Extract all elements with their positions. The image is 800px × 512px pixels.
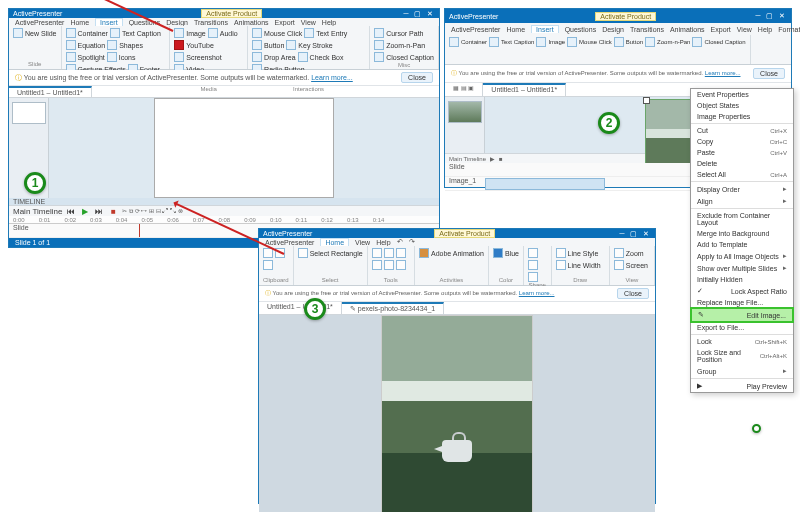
close-notice-button[interactable]: Close (617, 288, 649, 299)
ctx-group[interactable]: Group (691, 365, 793, 377)
button-button[interactable]: Button (252, 40, 284, 50)
menu-home[interactable]: Home (70, 19, 89, 26)
ctx-cut[interactable]: CutCtrl+X (691, 125, 793, 136)
spotlight-button[interactable]: Spotlight (66, 52, 105, 62)
checkbox-button[interactable]: Check Box (298, 52, 344, 62)
zoompan-button[interactable]: Zoom-n-Pan (374, 40, 425, 50)
menu-design[interactable]: Design (166, 19, 188, 26)
max-button[interactable]: ▢ (629, 230, 639, 238)
close-notice-button[interactable]: Close (753, 68, 785, 79)
min-button[interactable]: ─ (401, 10, 411, 18)
ctx-play-preview[interactable]: ▶ Play Preview (691, 380, 793, 392)
shapes-button[interactable]: Shapes (107, 40, 143, 50)
close-button[interactable]: ✕ (641, 230, 651, 238)
redo-icon[interactable]: ↷ (409, 238, 415, 246)
max-button[interactable]: ▢ (413, 10, 423, 18)
droparea-button[interactable]: Drop Area (252, 52, 296, 62)
color-blue-button[interactable]: Blue (493, 248, 519, 258)
activate-product-button[interactable]: Activate Product (595, 12, 656, 21)
ctx-align[interactable]: Align (691, 195, 793, 207)
ctx-edit-image[interactable]: ✎ Edit Image... (690, 307, 794, 323)
ctx-lock[interactable]: LockCtrl+Shift+K (691, 336, 793, 347)
menu-transitions[interactable]: Transitions (194, 19, 228, 26)
doc-tab-1[interactable]: Untitled1 (17, 89, 45, 96)
ctx-object-states[interactable]: Object States (691, 100, 793, 111)
learn-more-link[interactable]: Learn more... (705, 70, 741, 76)
ctx-init-hidden[interactable]: Initially Hidden (691, 274, 793, 285)
mouseclick-button[interactable]: Mouse Click (252, 28, 302, 38)
playhead[interactable] (139, 224, 140, 237)
linestyle-button[interactable]: Line Style (556, 248, 599, 258)
text-caption-button[interactable]: Text Caption (110, 28, 161, 38)
slide-thumb-1[interactable] (448, 101, 482, 123)
equation-button[interactable]: Equation (66, 40, 106, 50)
menu-bar[interactable]: ActivePresenter Home Insert Questions De… (9, 18, 439, 26)
stop-icon[interactable]: ■ (108, 206, 118, 216)
select-rect-button[interactable]: Select Rectangle (298, 248, 363, 258)
ctx-paste[interactable]: PasteCtrl+V (691, 147, 793, 158)
image-button[interactable]: Image (174, 28, 205, 38)
ctx-lock-aspect[interactable]: ✓ Lock Aspect Ratio (691, 285, 793, 297)
ctx-event-properties[interactable]: Event Properties (691, 89, 793, 100)
menu-bar[interactable]: ActivePresenterHomeInsertQuestionsDesign… (445, 23, 791, 35)
doc-tab-1[interactable]: Untitled1 (267, 303, 295, 310)
canvas[interactable] (49, 98, 439, 198)
context-menu[interactable]: Event Properties Object States Image Pro… (690, 88, 794, 393)
image-edit-workspace[interactable] (259, 315, 655, 512)
new-slide-button[interactable]: New Slide (13, 28, 57, 38)
activate-product-button[interactable]: Activate Product (434, 229, 495, 238)
activate-product-button[interactable]: Activate Product (201, 9, 262, 18)
menu-export[interactable]: Export (275, 19, 295, 26)
close-button[interactable]: ✕ (425, 10, 435, 18)
ctx-image-properties[interactable]: Image Properties (691, 111, 793, 122)
next-icon[interactable]: ⏭ (94, 206, 104, 216)
zoom-button[interactable]: Zoom (614, 248, 644, 258)
menu-bar[interactable]: ActivePresenterHomeViewHelp↶↷ (259, 238, 655, 246)
slide-area[interactable] (154, 98, 334, 198)
cc-button[interactable]: Closed Caption (374, 52, 434, 62)
timeline-ruler[interactable]: 0:000:010:020:030:040:050:060:070:080:09… (9, 216, 439, 224)
container-button[interactable]: Container (66, 28, 108, 38)
adobe-anim-button[interactable]: Adobe Animation (419, 248, 484, 258)
clip-segment[interactable] (485, 178, 605, 190)
track-image1[interactable]: Image_1 (449, 177, 476, 184)
cursorpath-button[interactable]: Cursor Path (374, 28, 423, 38)
menu-insert[interactable]: Insert (95, 18, 123, 26)
textentry-button[interactable]: Text Entry (304, 28, 347, 38)
screenshot-button[interactable]: Screenshot (174, 52, 221, 62)
menu-animations[interactable]: Animations (234, 19, 269, 26)
learn-more-link[interactable]: Learn more... (311, 74, 353, 81)
slide-panel[interactable] (445, 97, 485, 153)
min-button[interactable]: ─ (617, 230, 627, 238)
ctx-add-template[interactable]: Add to Template (691, 239, 793, 250)
close-button[interactable]: ✕ (777, 12, 787, 20)
max-button[interactable]: ▢ (765, 12, 775, 20)
undo-icon[interactable]: ↶ (397, 238, 403, 246)
ctx-select-all[interactable]: Select AllCtrl+A (691, 169, 793, 180)
ctx-copy[interactable]: CopyCtrl+C (691, 136, 793, 147)
ctx-exclude-container[interactable]: Exclude from Container Layout (691, 210, 793, 228)
audio-button[interactable]: Audio (208, 28, 238, 38)
screen-button[interactable]: Screen (614, 260, 648, 270)
learn-more-link[interactable]: Learn more... (519, 290, 555, 296)
ctx-delete[interactable]: Delete (691, 158, 793, 169)
doc-tab-2[interactable]: pexels-photo-8234434_1 (358, 305, 435, 312)
menu-home[interactable]: Home (320, 238, 349, 246)
prev-icon[interactable]: ⏮ (66, 206, 76, 216)
play-icon[interactable]: ▶ (80, 206, 90, 216)
menu-help[interactable]: Help (322, 19, 336, 26)
ctx-merge-bg[interactable]: Merge into Background (691, 228, 793, 239)
youtube-button[interactable]: YouTube (174, 40, 214, 50)
linewidth-button[interactable]: Line Width (556, 260, 601, 270)
menu-view[interactable]: View (301, 19, 316, 26)
close-notice-button[interactable]: Close (401, 72, 433, 83)
ctx-lock-size-pos[interactable]: Lock Size and PositionCtrl+Alt+K (691, 347, 793, 365)
edited-image[interactable] (381, 315, 533, 512)
ctx-apply-all[interactable]: Apply to All Image Objects (691, 250, 793, 262)
min-button[interactable]: ─ (753, 12, 763, 20)
keystroke-button[interactable]: Key Stroke (286, 40, 332, 50)
icons-button[interactable]: Icons (107, 52, 136, 62)
doc-tab-1[interactable]: Untitled1 (491, 86, 519, 93)
ctx-display-order[interactable]: Display Order (691, 183, 793, 195)
copy-button[interactable] (263, 260, 273, 270)
